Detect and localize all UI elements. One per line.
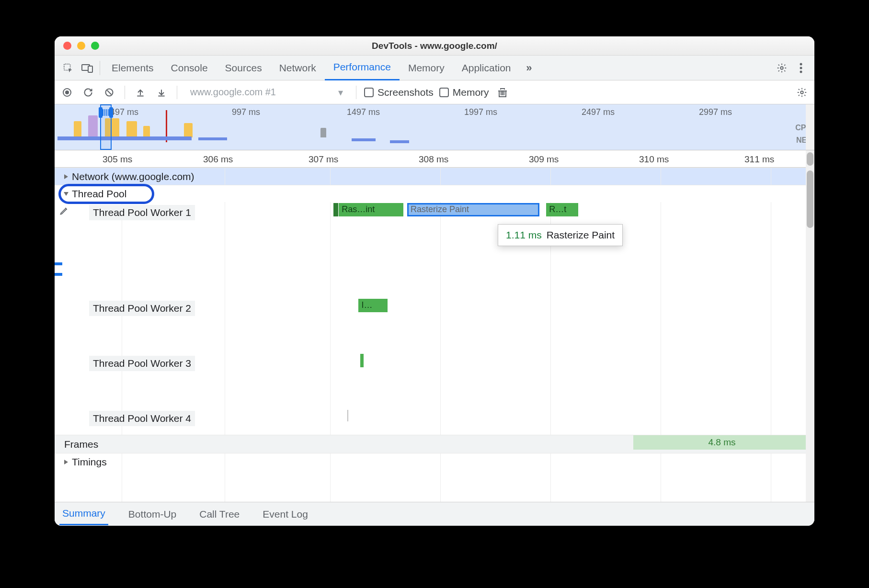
tab-event-log[interactable]: Event Log <box>260 504 311 525</box>
overview-selection[interactable] <box>100 104 112 150</box>
profile-select[interactable]: www.google.com #1 ▾ <box>185 86 348 99</box>
collect-garbage-button[interactable] <box>495 85 510 100</box>
flame-event[interactable] <box>360 354 364 367</box>
selection-handle-right[interactable] <box>109 107 113 118</box>
tab-console[interactable]: Console <box>162 56 217 80</box>
ruler-tick: 309 ms <box>529 154 559 165</box>
network-track-label: Network (www.google.com) <box>72 171 194 182</box>
worker-label: Thread Pool Worker 4 <box>89 411 195 426</box>
scrollbar-thumb[interactable] <box>807 170 813 228</box>
overview-activity <box>126 121 137 137</box>
kebab-menu-icon[interactable] <box>791 58 811 78</box>
track-marker <box>55 262 62 265</box>
scrollbar-thumb[interactable] <box>807 152 813 166</box>
flame-event-edge <box>333 203 338 216</box>
selection-handle-left[interactable] <box>99 107 103 118</box>
separator <box>177 86 177 99</box>
worker-label: Thread Pool Worker 1 <box>89 205 195 220</box>
flame-event[interactable]: I… <box>358 299 387 312</box>
clear-button[interactable] <box>102 85 117 100</box>
inspect-element-icon[interactable] <box>58 58 78 78</box>
overview-tick: 2997 ms <box>699 107 732 117</box>
screenshots-checkbox[interactable]: Screenshots <box>364 87 434 98</box>
record-button[interactable] <box>59 85 75 100</box>
svg-rect-2 <box>88 66 92 72</box>
tab-summary[interactable]: Summary <box>59 503 108 525</box>
ruler-tick: 307 ms <box>309 154 338 165</box>
worker-label: Thread Pool Worker 2 <box>89 301 195 316</box>
device-toggle-icon[interactable] <box>78 58 97 78</box>
window-title: DevTools - www.google.com/ <box>55 41 814 51</box>
overview-activity <box>74 121 81 137</box>
time-ruler[interactable]: 305 ms 306 ms 307 ms 308 ms 309 ms 310 m… <box>55 150 814 168</box>
overview-tick: 997 ms <box>232 107 260 117</box>
profile-select-value: www.google.com #1 <box>190 87 276 98</box>
overview-net-bar <box>390 140 409 143</box>
flame-scrollbar[interactable] <box>806 168 814 502</box>
traffic-lights <box>63 42 99 50</box>
threadpool-track-header[interactable]: Thread Pool <box>55 185 814 202</box>
frames-track-header[interactable]: Frames 4.8 ms <box>55 435 814 453</box>
overview-tick: 1497 ms <box>347 107 380 117</box>
overview-scrollbar[interactable] <box>806 104 814 150</box>
network-track-header[interactable]: Network (www.google.com) <box>55 168 814 185</box>
tab-application[interactable]: Application <box>453 56 520 80</box>
capture-settings-icon[interactable] <box>794 85 810 100</box>
svg-point-6 <box>800 70 802 73</box>
tab-performance[interactable]: Performance <box>325 56 400 80</box>
overview-tick: 2497 ms <box>582 107 615 117</box>
tab-elements[interactable]: Elements <box>103 56 162 80</box>
reload-button[interactable] <box>80 85 96 100</box>
worker-row: Thread Pool Worker 2 I… <box>55 298 814 353</box>
checkbox-icon <box>439 88 449 97</box>
tooltip-name: Rasterize Paint <box>547 229 615 240</box>
ruler-tick: 311 ms <box>744 154 774 165</box>
chevron-right-icon <box>64 174 68 179</box>
tab-sources[interactable]: Sources <box>217 56 271 80</box>
overview-activity <box>320 128 326 137</box>
settings-icon[interactable] <box>772 58 791 78</box>
svg-point-10 <box>800 91 803 94</box>
ruler-scrollbar-gutter <box>806 150 814 168</box>
tab-bottom-up[interactable]: Bottom-Up <box>126 504 179 525</box>
tab-call-tree[interactable]: Call Tree <box>196 504 242 525</box>
load-profile-button[interactable] <box>133 85 148 100</box>
overview-net-bar <box>352 138 376 141</box>
frames-label: Frames <box>64 439 98 450</box>
overview-net-bar <box>57 136 192 140</box>
flame-event[interactable]: R…t <box>546 203 578 216</box>
timeline-overview[interactable]: 497 ms 997 ms 1497 ms 1997 ms 2497 ms 29… <box>55 104 814 150</box>
overview-activity <box>88 115 98 137</box>
separator <box>356 86 356 99</box>
separator <box>125 86 125 99</box>
flame-event[interactable]: Ras…int <box>339 203 403 216</box>
flame-event-sliver <box>347 410 348 421</box>
worker-row: Thread Pool Worker 1 Ras…int Rasterize P… <box>55 202 814 298</box>
timings-track-header[interactable]: Timings <box>55 453 814 470</box>
memory-checkbox[interactable]: Memory <box>439 87 489 98</box>
window-minimize-button[interactable] <box>77 42 85 50</box>
flame-chart[interactable]: Network (www.google.com) Thread Pool Thr… <box>55 168 814 502</box>
tab-network[interactable]: Network <box>271 56 325 80</box>
performance-toolbar: www.google.com #1 ▾ Screenshots Memory <box>55 80 814 104</box>
ruler-tick: 308 ms <box>419 154 448 165</box>
svg-point-5 <box>800 67 802 69</box>
edit-icon[interactable] <box>59 206 70 215</box>
save-profile-button[interactable] <box>154 85 169 100</box>
ruler-tick: 306 ms <box>203 154 233 165</box>
more-tabs-button[interactable]: » <box>519 58 538 78</box>
separator <box>100 61 100 75</box>
overview-activity <box>143 126 150 137</box>
chevron-right-icon <box>64 460 68 464</box>
flame-event-selected[interactable]: Rasterize Paint <box>407 203 539 216</box>
window-close-button[interactable] <box>63 42 71 50</box>
chevron-down-icon: ▾ <box>338 87 343 98</box>
checkbox-icon <box>364 88 374 97</box>
frame-bar[interactable]: 4.8 ms <box>633 435 811 450</box>
panel-tabs: Elements Console Sources Network Perform… <box>55 56 814 80</box>
svg-point-3 <box>780 67 783 69</box>
svg-point-4 <box>800 63 802 65</box>
window-zoom-button[interactable] <box>91 42 99 50</box>
tab-memory[interactable]: Memory <box>400 56 453 80</box>
track-marker <box>55 273 62 276</box>
